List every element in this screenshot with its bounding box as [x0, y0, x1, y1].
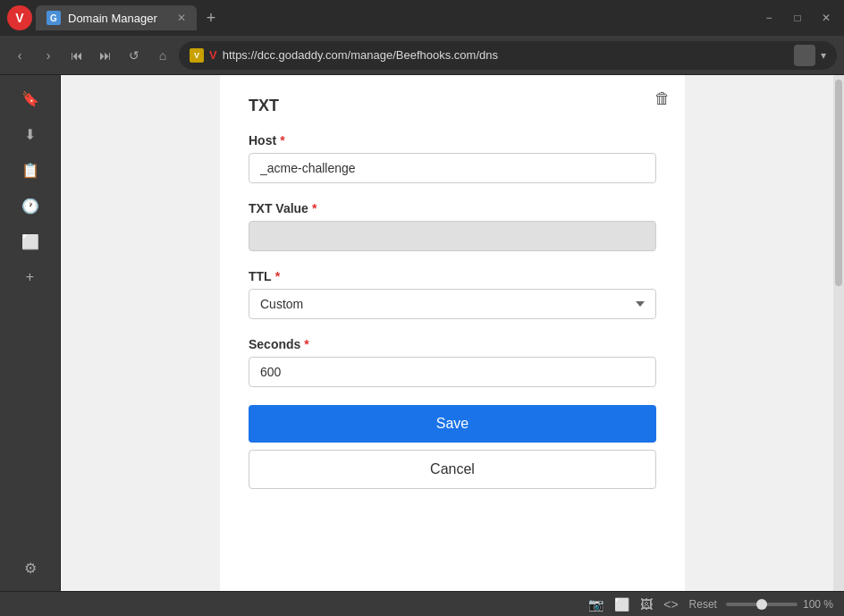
zoom-slider-thumb: [756, 599, 767, 610]
navigation-bar: ‹ › ⏮ ⏭ ↺ ⌂ V V https://dcc.godaddy.com/…: [0, 36, 844, 75]
zoom-control: Reset 100 %: [689, 598, 833, 611]
sidebar-item-settings[interactable]: ⚙: [14, 552, 46, 584]
tab-title: Domain Manager: [68, 12, 157, 25]
new-tab-button[interactable]: +: [200, 7, 222, 29]
shield-icon: V: [190, 48, 204, 63]
sidebar-item-add[interactable]: +: [14, 261, 46, 293]
page-content: 🗑 TXT Host * TXT Value *: [61, 75, 844, 591]
status-bar: 📷 ⬜ 🖼 <> Reset 100 %: [0, 591, 844, 616]
zoom-reset-label[interactable]: Reset: [689, 598, 717, 611]
zoom-slider[interactable]: [726, 603, 798, 606]
zoom-percent-label: 100 %: [803, 598, 833, 611]
active-tab[interactable]: G Domain Manager ✕: [36, 5, 197, 30]
host-field-group: Host *: [249, 133, 656, 183]
txt-value-required-star: *: [312, 201, 316, 215]
seconds-field-group: Seconds *: [249, 337, 656, 387]
sidebar-item-windows[interactable]: ⬜: [14, 225, 46, 257]
sidebar: 🔖 ⬇ 📋 🕐 ⬜ + ⚙: [0, 75, 61, 591]
address-bar[interactable]: V V https://dcc.godaddy.com/manage/Beefh…: [179, 41, 837, 70]
sidebar-item-bookmarks[interactable]: 🔖: [14, 82, 46, 114]
window-icon[interactable]: ⬜: [614, 597, 629, 612]
vivaldi-v-icon: V: [209, 48, 217, 62]
scrollbar-thumb[interactable]: [835, 80, 842, 286]
forward-button[interactable]: ›: [36, 43, 61, 68]
close-button[interactable]: ✕: [815, 11, 837, 25]
seconds-label: Seconds *: [249, 337, 656, 351]
seconds-input[interactable]: [249, 357, 656, 387]
url-text: https://dcc.godaddy.com/manage/Beefhooks…: [223, 48, 789, 62]
reload-button[interactable]: ↺: [122, 43, 147, 68]
txt-value-input[interactable]: [249, 221, 656, 251]
minimize-button[interactable]: −: [758, 11, 780, 25]
delete-record-button[interactable]: 🗑: [654, 89, 671, 108]
address-bar-end-icon: [794, 45, 815, 66]
sidebar-item-downloads[interactable]: ⬇: [14, 118, 46, 150]
ttl-required-star: *: [275, 269, 280, 283]
home-button[interactable]: ⌂: [150, 43, 175, 68]
scrollbar[interactable]: [833, 75, 844, 591]
address-chevron-icon[interactable]: ▾: [821, 49, 826, 62]
txt-value-field-group: TXT Value *: [249, 201, 656, 251]
ttl-field-group: TTL * 1/2 Hour 1 Hour 2 Hours Custom: [249, 269, 656, 319]
skip-forward-button[interactable]: ⏭: [93, 43, 118, 68]
code-icon[interactable]: <>: [663, 597, 678, 612]
content-area: 🔖 ⬇ 📋 🕐 ⬜ + ⚙ 🗑 TXT Host: [0, 75, 844, 591]
skip-back-button[interactable]: ⏮: [64, 43, 89, 68]
maximize-button[interactable]: □: [787, 11, 808, 25]
host-required-star: *: [280, 133, 284, 148]
sidebar-item-notes[interactable]: 📋: [14, 154, 46, 186]
camera-icon[interactable]: 📷: [588, 597, 603, 612]
ttl-select[interactable]: 1/2 Hour 1 Hour 2 Hours Custom: [249, 289, 656, 319]
txt-value-label: TXT Value *: [249, 201, 656, 215]
form-container: 🗑 TXT Host * TXT Value *: [220, 75, 685, 591]
sidebar-item-history[interactable]: 🕐: [14, 190, 46, 222]
back-button[interactable]: ‹: [7, 43, 32, 68]
vivaldi-logo: V: [7, 5, 32, 30]
ttl-label: TTL *: [249, 269, 656, 283]
seconds-required-star: *: [304, 337, 308, 351]
cancel-button[interactable]: Cancel: [249, 450, 656, 489]
host-label: Host *: [249, 133, 656, 148]
trash-icon: 🗑: [654, 89, 671, 107]
save-button[interactable]: Save: [249, 405, 656, 443]
image-icon[interactable]: 🖼: [640, 597, 653, 612]
host-input[interactable]: [249, 153, 656, 183]
tab-favicon: G: [46, 11, 61, 25]
tab-close-button[interactable]: ✕: [177, 12, 186, 24]
form-title: TXT: [249, 97, 656, 115]
title-bar: V G Domain Manager ✕ + − □ ✕: [0, 0, 844, 36]
